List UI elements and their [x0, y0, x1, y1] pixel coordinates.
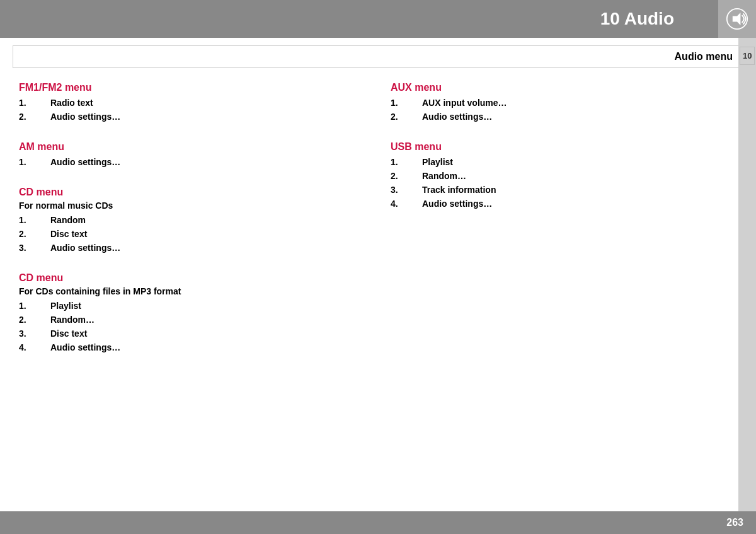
cd-menu-normal-subtitle: For normal music CDs	[19, 200, 365, 211]
bottom-bar: 263	[0, 511, 756, 534]
list-item: 1. Playlist	[391, 155, 737, 169]
fm1fm2-menu-section: FM1/FM2 menu 1. Radio text 2. Audio sett…	[19, 82, 365, 124]
section-bar: Audio menu	[13, 45, 743, 68]
speaker-icon	[726, 8, 748, 30]
cd-menu-mp3-list: 1. Playlist 2. Random… 3. Disc text 4. A…	[19, 299, 365, 354]
cd-menu-mp3-subtitle: For CDs containing files in MP3 format	[19, 286, 365, 296]
list-item-text: Audio settings…	[50, 112, 120, 122]
am-menu-list: 1. Audio settings…	[19, 155, 365, 169]
list-item: 1. Random	[19, 213, 365, 227]
list-item-num: 4.	[391, 199, 422, 209]
svg-marker-1	[733, 13, 741, 25]
list-item-text: Audio settings…	[50, 157, 120, 167]
speaker-icon-container	[718, 0, 756, 38]
list-item-text: Audio settings…	[50, 342, 120, 352]
page-number: 263	[726, 517, 743, 528]
right-sidebar: 10	[738, 38, 756, 534]
list-item: 3. Disc text	[19, 327, 365, 340]
list-item-num: 4.	[19, 342, 50, 352]
cd-menu-normal-title: CD menu	[19, 187, 365, 198]
list-item-text: Audio settings…	[422, 112, 492, 122]
list-item: 2. Audio settings…	[391, 110, 737, 124]
list-item-num: 2.	[391, 112, 422, 122]
usb-menu-list: 1. Playlist 2. Random… 3. Track informat…	[391, 155, 737, 211]
cd-menu-mp3-title: CD menu	[19, 272, 365, 284]
list-item-num: 2.	[19, 112, 50, 122]
list-item-text: Audio settings…	[422, 199, 492, 209]
sidebar-tab-number: 10	[740, 47, 755, 65]
page-title: 10 Audio	[0, 9, 718, 29]
list-item-text: Random	[50, 215, 86, 225]
fm1fm2-menu-title: FM1/FM2 menu	[19, 82, 365, 93]
list-item: 1. Playlist	[19, 299, 365, 313]
list-item: 1. Audio settings…	[19, 155, 365, 169]
list-item-text: Radio text	[50, 98, 93, 108]
list-item: 2. Random…	[19, 313, 365, 327]
list-item-num: 3.	[391, 185, 422, 195]
list-item-num: 1.	[391, 157, 422, 167]
list-item: 3. Audio settings…	[19, 241, 365, 255]
main-content: FM1/FM2 menu 1. Radio text 2. Audio sett…	[0, 76, 756, 378]
list-item-text: Random…	[50, 315, 94, 325]
list-item-num: 1.	[19, 301, 50, 311]
cd-menu-mp3-section: CD menu For CDs containing files in MP3 …	[19, 272, 365, 354]
list-item: 1. Radio text	[19, 96, 365, 110]
list-item-text: AUX input volume…	[422, 98, 507, 108]
list-item-num: 1.	[19, 98, 50, 108]
list-item-num: 1.	[19, 215, 50, 225]
left-column: FM1/FM2 menu 1. Radio text 2. Audio sett…	[19, 82, 365, 372]
list-item: 2. Audio settings…	[19, 110, 365, 124]
usb-menu-title: USB menu	[391, 141, 737, 153]
list-item: 1. AUX input volume…	[391, 96, 737, 110]
list-item-num: 2.	[391, 171, 422, 181]
list-item-text: Playlist	[422, 157, 453, 167]
fm1fm2-menu-list: 1. Radio text 2. Audio settings…	[19, 96, 365, 124]
list-item: 2. Random…	[391, 169, 737, 183]
list-item: 2. Disc text	[19, 227, 365, 241]
am-menu-title: AM menu	[19, 141, 365, 153]
aux-menu-list: 1. AUX input volume… 2. Audio settings…	[391, 96, 737, 124]
section-label: Audio menu	[675, 51, 733, 62]
list-item: 3. Track information	[391, 183, 737, 197]
aux-menu-section: AUX menu 1. AUX input volume… 2. Audio s…	[391, 82, 737, 124]
list-item-text: Random…	[422, 171, 466, 181]
usb-menu-section: USB menu 1. Playlist 2. Random… 3. Track…	[391, 141, 737, 211]
top-bar: 10 Audio	[0, 0, 756, 38]
list-item-num: 2.	[19, 315, 50, 325]
list-item: 4. Audio settings…	[19, 340, 365, 354]
aux-menu-title: AUX menu	[391, 82, 737, 93]
list-item-text: Playlist	[50, 301, 81, 311]
list-item-text: Track information	[422, 185, 496, 195]
am-menu-section: AM menu 1. Audio settings…	[19, 141, 365, 169]
list-item-num: 3.	[19, 243, 50, 253]
list-item-text: Disc text	[50, 328, 87, 339]
list-item-num: 3.	[19, 328, 50, 339]
cd-menu-normal-list: 1. Random 2. Disc text 3. Audio settings…	[19, 213, 365, 255]
list-item-num: 1.	[391, 98, 422, 108]
list-item-num: 1.	[19, 157, 50, 167]
list-item-text: Disc text	[50, 229, 87, 239]
right-column: AUX menu 1. AUX input volume… 2. Audio s…	[391, 82, 737, 372]
list-item: 4. Audio settings…	[391, 197, 737, 211]
list-item-num: 2.	[19, 229, 50, 239]
cd-menu-normal-section: CD menu For normal music CDs 1. Random 2…	[19, 187, 365, 255]
list-item-text: Audio settings…	[50, 243, 120, 253]
